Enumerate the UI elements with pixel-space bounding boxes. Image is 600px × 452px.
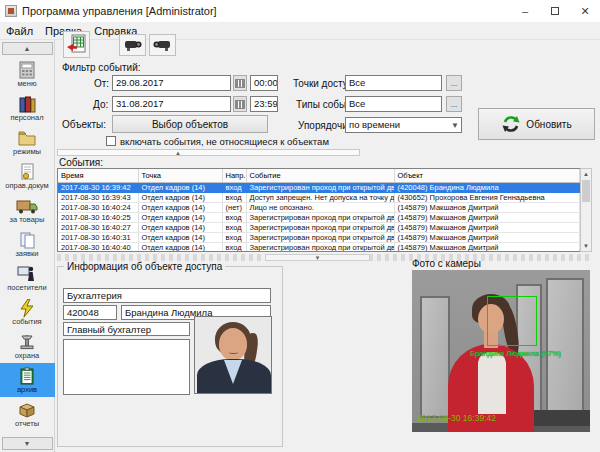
camera-icon [122,38,143,52]
event-types-browse-button[interactable]: ... [446,96,462,112]
table-splitter[interactable]: ▼ [57,254,592,261]
table-cell: (145879) Макшанов Дмитрий [394,202,580,212]
to-date-input[interactable]: 31.08.2017 [112,96,231,112]
table-cell: вход [222,212,246,222]
access-points-input[interactable]: Все [345,75,442,91]
table-row[interactable]: 2017-08-30 16:40:40Отдел кадров (14)вход… [58,242,580,252]
menu-file[interactable]: Файл [0,25,39,37]
sidebar-item-archive[interactable]: архив [0,363,55,397]
presenter-icon [17,265,37,283]
sidebar-item-label: события [12,318,41,326]
camera-2-button[interactable] [149,34,176,56]
table-row[interactable]: 2017-08-30 16:40:27Отдел кадров (14)вход… [58,222,580,232]
sidebar-item-personnel[interactable]: персонал [0,91,55,125]
camera-panel-title: Фото с камеры [412,258,481,269]
table-cell: Отдел кадров (14) [138,212,222,222]
camera-icon [152,38,173,52]
scroll-up-icon[interactable]: ▲ [581,169,591,179]
events-scrollbar[interactable]: ▲ ▼ [580,168,592,252]
excel-export-icon [66,34,87,55]
table-cell: Зарегистрирован проход при открытой две.… [246,232,394,242]
events-table: Время Точка Напр. Событие Объект 2017-08… [57,168,580,252]
title-bar: Программа управления [Administrator] – ✕ [0,0,600,22]
sidebar-item-label: заявки [15,250,38,258]
department-field: Бухгалтерия [63,288,271,303]
app-icon [5,5,17,17]
to-date-calendar-button[interactable] [233,96,247,112]
sidebar-scroll-down-button[interactable]: ▼ [2,437,53,450]
camera-1-button[interactable] [119,34,146,56]
table-cell: 2017-08-30 16:40:31 [58,232,138,242]
security-lamp-icon [17,333,37,351]
from-date-calendar-button[interactable] [233,75,247,91]
table-cell: (430652) Прохорова Евгения Геннадьевна [394,192,580,202]
sidebar-item-label: оправ.докум [5,182,48,190]
app-window: Программа управления [Administrator] – ✕… [0,0,600,452]
table-cell: 2017-08-30 16:39:43 [58,192,138,202]
notes-field [63,339,190,395]
table-cell: (420048) Брандина Людмила [394,182,580,192]
objects-label: Объекты: [62,119,106,130]
table-cell: (145879) Макшанов Дмитрий [394,232,580,242]
sidebar-item-menu[interactable]: меню [0,57,55,91]
select-objects-button[interactable]: Выбор объектов [112,115,268,133]
sidebar-item-security[interactable]: охрана [0,329,55,363]
minimize-button[interactable]: – [510,0,540,22]
export-excel-button[interactable] [63,31,90,58]
table-row[interactable]: 2017-08-30 16:40:24Отдел кадров (14)(нет… [58,202,580,212]
table-row[interactable]: 2017-08-30 16:40:25Отдел кадров (14)вход… [58,212,580,222]
recognition-label: Брандина Людмила (97%) [470,349,561,358]
table-cell: Зарегистрирован проход при открытой две.… [246,242,394,252]
window-title: Программа управления [Administrator] [22,5,217,17]
from-time-input[interactable]: 00:00 [250,75,278,91]
sidebar-item-visitors[interactable]: посетители [0,261,55,295]
sidebar-item-goods[interactable]: за товары [0,193,55,227]
column-header-direction[interactable]: Напр. [222,169,246,182]
table-cell: вход [222,222,246,232]
refresh-icon [501,114,521,134]
maximize-button[interactable] [540,0,570,22]
table-cell: Зарегистрирован проход при открытой две.… [246,222,394,232]
to-time-input[interactable]: 23:59 [250,96,278,112]
sidebar-item-label: меню [17,80,36,88]
pages-icon [17,231,37,249]
folder-icon [17,129,37,147]
sidebar-item-reports[interactable]: отчеты [0,397,55,431]
column-header-event[interactable]: Событие [246,169,394,182]
table-cell: Доступ запрещен. Нет допуска на точку до… [246,192,394,202]
access-object-info-panel: Информация об объекте доступа Бухгалтери… [57,266,283,447]
table-row[interactable]: 2017-08-30 16:40:31Отдел кадров (14)вход… [58,232,580,242]
filter-splitter[interactable]: ▲ [57,149,360,156]
table-cell: Отдел кадров (14) [138,232,222,242]
books-icon [17,95,37,113]
from-date-input[interactable]: 29.08.2017 [112,75,231,91]
arrow-up-icon: ▲ [24,45,31,52]
from-label: От: [94,78,109,89]
refresh-button[interactable]: Обновить [478,108,595,140]
chevron-down-icon: ▼ [451,120,459,132]
table-row[interactable]: 2017-08-30 16:39:42Отдел кадров (14)вход… [58,182,580,192]
sidebar-item-label: архив [17,386,37,394]
close-button[interactable]: ✕ [570,0,600,22]
sidebar-item-requests[interactable]: заявки [0,227,55,261]
access-points-browse-button[interactable]: ... [446,75,462,91]
scroll-down-icon[interactable]: ▼ [581,241,591,251]
sidebar-item-modes[interactable]: режимы [0,125,55,159]
column-header-object[interactable]: Объект [394,169,580,182]
table-row[interactable]: 2017-08-30 16:39:43Отдел кадров (14)вход… [58,192,580,202]
column-header-point[interactable]: Точка [138,169,222,182]
table-cell: 2017-08-30 16:40:27 [58,222,138,232]
scrollbar-thumb[interactable] [582,180,590,202]
splitter-arrow-down-icon: ▼ [265,254,370,261]
table-cell: (нет) [222,202,246,212]
include-unrelated-label: включать события, не относящиеся к объек… [120,136,329,147]
order-select[interactable]: по времени ▼ [345,117,462,133]
sidebar-item-excuse-documents[interactable]: оправ.докум [0,159,55,193]
column-header-time[interactable]: Время [58,169,138,182]
sidebar-scroll-up-button[interactable]: ▲ [2,42,53,55]
event-types-input[interactable]: Все [345,96,442,112]
include-unrelated-checkbox[interactable] [106,136,116,146]
sidebar-item-events[interactable]: события [0,295,55,329]
menu-bar: Файл Правка Справка [0,22,600,40]
calculator-icon [17,61,37,79]
